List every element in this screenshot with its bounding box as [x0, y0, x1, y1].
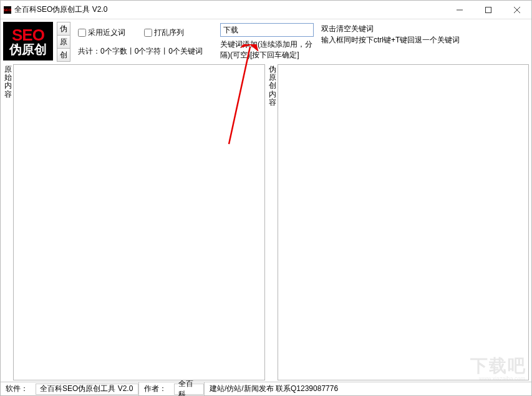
keyword-input[interactable] [220, 23, 314, 37]
minimize-button[interactable] [445, 1, 474, 19]
synonym-checkbox-text: 采用近义词 [88, 27, 125, 38]
keyword-block: 关键词添加(连续添加用，分隔)(可空)[按下回车确定] [215, 22, 315, 62]
logo: SEO 伪原创 [3, 22, 53, 60]
convert-button-group: 伪 原 创 [57, 22, 70, 62]
title-bar: SEO 全百科SEO伪原创工具 V2.0 [1, 1, 531, 19]
shuffle-checkbox-text: 打乱序列 [154, 27, 184, 38]
right-panel-label: 伪原创内容 [268, 64, 278, 380]
left-panel: 原始内容 [3, 64, 265, 380]
status-soft-name: 全百科SEO伪原创工具 V2.0 [36, 384, 138, 395]
tip-line-2: 输入框同时按下ctrl键+T键回退一个关键词 [321, 34, 529, 46]
status-bar: 软件： 全百科SEO伪原创工具 V2.0 作者： 全百科 建站/仿站/新闻发布 … [1, 382, 531, 395]
close-button[interactable] [503, 1, 531, 19]
main-area: 原始内容 伪原创内容 [1, 63, 531, 382]
convert-button-mid[interactable]: 原 [57, 36, 70, 49]
original-content-box[interactable] [13, 64, 265, 380]
right-panel: 伪原创内容 [268, 64, 530, 380]
maximize-button[interactable] [474, 1, 503, 19]
logo-top: SEO [12, 27, 44, 43]
stats-text: 共计：0个字数丨0个字符丨0个关键词 [75, 46, 210, 57]
convert-button-top[interactable]: 伪 [57, 22, 70, 36]
logo-bottom: 伪原创 [9, 43, 47, 56]
rewritten-content-box[interactable] [278, 64, 530, 380]
minimize-icon [457, 7, 463, 13]
shuffle-checkbox[interactable] [144, 29, 152, 37]
status-link[interactable]: 建站/仿站/新闻发布 联系Q1239087776 [204, 382, 343, 395]
tips-block: 双击清空关键词 输入框同时按下ctrl键+T键回退一个关键词 [319, 22, 529, 62]
status-soft-label: 软件： [1, 382, 33, 395]
synonym-checkbox-label[interactable]: 采用近义词 [78, 27, 125, 38]
options-block: 采用近义词 打乱序列 共计：0个字数丨0个字符丨0个关键词 [74, 22, 211, 62]
svg-rect-1 [486, 7, 491, 12]
app-icon: SEO [4, 6, 11, 14]
tip-line-1: 双击清空关键词 [321, 23, 529, 34]
maximize-icon [485, 7, 491, 13]
shuffle-checkbox-label[interactable]: 打乱序列 [144, 27, 184, 38]
toolbar: SEO 伪原创 伪 原 创 采用近义词 打乱序列 共计：0个字数丨0个字符丨0个… [1, 19, 531, 63]
app-window: SEO 全百科SEO伪原创工具 V2.0 SEO 伪原创 伪 原 创 采用近 [0, 0, 532, 396]
synonym-checkbox[interactable] [78, 29, 86, 37]
status-author-label: 作者： [138, 382, 172, 395]
keyword-hint: 关键词添加(连续添加用，分隔)(可空)[按下回车确定] [220, 39, 314, 60]
window-title: 全百科SEO伪原创工具 V2.0 [14, 4, 107, 15]
status-author-name: 全百科 [174, 384, 204, 395]
close-icon [514, 7, 520, 13]
left-panel-label: 原始内容 [3, 64, 13, 380]
convert-button-bot[interactable]: 创 [57, 49, 70, 62]
